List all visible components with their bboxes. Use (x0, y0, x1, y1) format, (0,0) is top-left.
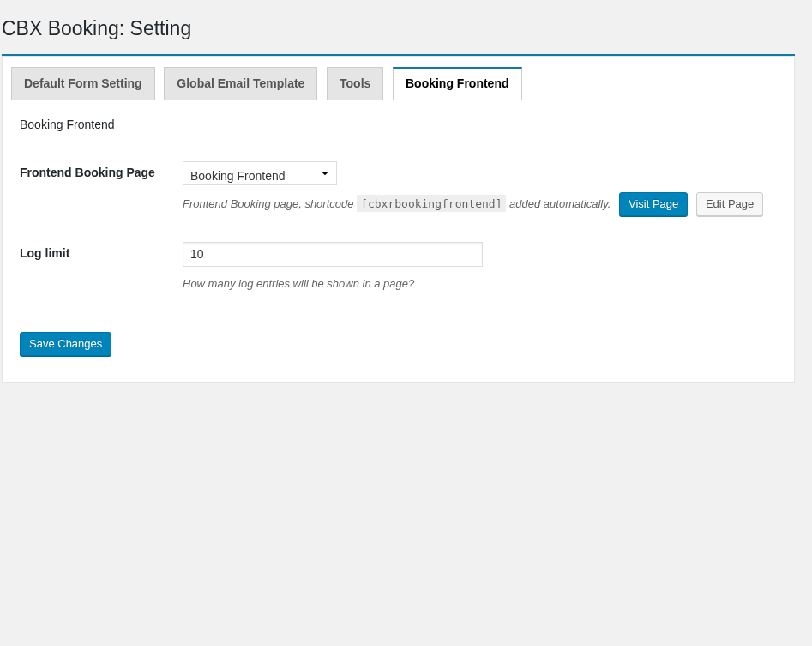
field-label-frontend-page: Frontend Booking Page (3, 148, 174, 229)
save-changes-button[interactable]: Save Changes (20, 332, 111, 356)
log-limit-description: How many log entries will be shown in a … (183, 274, 785, 293)
field-row-frontend-page: Frontend Booking Page Booking Frontend F… (3, 148, 794, 229)
tab-booking-frontend[interactable]: Booking Frontend (393, 67, 522, 100)
tab-global-email-template[interactable]: Global Email Template (164, 67, 317, 100)
shortcode-code: [cbxrbookingfrontend] (357, 195, 506, 212)
settings-card: Default Form Setting Global Email Templa… (2, 56, 795, 383)
field-label-log-limit: Log limit (3, 229, 174, 306)
tab-default-form-setting[interactable]: Default Form Setting (11, 67, 155, 100)
visit-page-button[interactable]: Visit Page (619, 192, 688, 216)
page-title: CBX Booking: Setting (2, 9, 795, 45)
field-row-log-limit: Log limit How many log entries will be s… (3, 229, 794, 306)
desc-text-after: added automatically. (506, 197, 614, 210)
frontend-page-description: Frontend Booking page, shortcode [cbxrbo… (183, 192, 785, 216)
desc-text-before: Frontend Booking page, shortcode (183, 197, 357, 210)
section-title: Booking Frontend (3, 100, 794, 140)
frontend-page-select[interactable]: Booking Frontend (183, 161, 337, 185)
edit-page-button[interactable]: Edit Page (696, 192, 763, 216)
tab-bar: Default Form Setting Global Email Templa… (3, 57, 794, 100)
form-table: Frontend Booking Page Booking Frontend F… (3, 148, 794, 306)
tab-tools[interactable]: Tools (327, 67, 383, 100)
log-limit-input[interactable] (183, 242, 483, 267)
